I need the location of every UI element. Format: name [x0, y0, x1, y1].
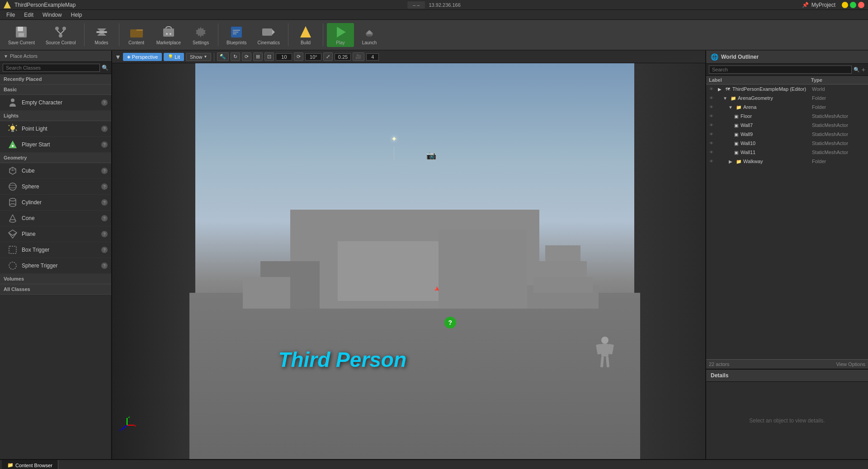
lit-button[interactable]: 💡 Lit: [164, 53, 184, 61]
build-button[interactable]: Build: [292, 23, 319, 47]
launch-button[interactable]: Launch: [356, 23, 383, 47]
search-classes-input[interactable]: [3, 64, 100, 72]
eye-walkway[interactable]: 👁: [708, 158, 714, 164]
viewport-scale[interactable]: ⟳: [242, 52, 251, 61]
viewport-3d-scene[interactable]: ✦ 📷 🔺 Third Person ?: [112, 63, 705, 459]
eye-wall11[interactable]: 👁: [708, 149, 714, 155]
content-browser-tab[interactable]: 📁 Content Browser: [2, 460, 58, 469]
eye-arena[interactable]: 👁: [708, 104, 714, 110]
viewport-mode-arrow[interactable]: ▼: [115, 53, 121, 61]
scale-snap-btn[interactable]: ⤢: [323, 52, 333, 61]
box-trigger-info[interactable]: ?: [101, 247, 108, 253]
category-volumes[interactable]: Volumes: [0, 274, 111, 284]
player-start-info[interactable]: ?: [101, 141, 108, 148]
viewport-snap[interactable]: ⊞: [253, 52, 263, 61]
cinematics-button[interactable]: Cinematics: [253, 23, 284, 47]
source-control-button[interactable]: Source Control: [41, 23, 80, 47]
settings-button[interactable]: Settings: [187, 23, 214, 47]
tree-item-floor[interactable]: 👁 ▣ Floor StaticMeshActor: [706, 112, 868, 121]
grid-snap-input[interactable]: [276, 53, 292, 61]
tree-item-wall7[interactable]: 👁 ▣ Wall7 StaticMeshActor: [706, 121, 868, 130]
sidebar-item-empty-character[interactable]: Empty Character ?: [0, 95, 111, 111]
menu-window[interactable]: Window: [38, 11, 66, 19]
menu-edit[interactable]: Edit: [19, 11, 38, 19]
blueprints-button[interactable]: Blueprints: [222, 23, 251, 47]
cone-info[interactable]: ?: [101, 215, 108, 221]
category-all-classes[interactable]: All Classes: [0, 284, 111, 295]
tree-label-wall11: Wall11: [741, 150, 811, 155]
eye-wall7[interactable]: 👁: [708, 122, 714, 128]
modes-button[interactable]: Modes: [88, 23, 115, 47]
tree-item-walkway[interactable]: 👁 ▶ 📁 Walkway Folder: [706, 157, 868, 166]
menu-help[interactable]: Help: [66, 11, 87, 19]
eye-wall10[interactable]: 👁: [708, 140, 714, 146]
sidebar-item-player-start[interactable]: Player Start ?: [0, 137, 111, 153]
tree-item-map[interactable]: 👁 ▶ 🗺 ThirdPersonExampleMap (Editor) Wor…: [706, 84, 868, 94]
rotation-snap-input[interactable]: [305, 53, 321, 61]
tree-label-map: ThirdPersonExampleMap (Editor): [732, 86, 811, 92]
outliner-add-icon[interactable]: +: [862, 66, 865, 73]
sphere-trigger-info[interactable]: ?: [101, 263, 108, 269]
camera-speed-btn[interactable]: 🎥: [353, 52, 364, 61]
search-icon: 🔍: [102, 65, 108, 71]
sphere-info[interactable]: ?: [101, 183, 108, 190]
tree-item-arena-geometry[interactable]: 👁 ▼ 📁 ArenaGeometry Folder: [706, 94, 868, 103]
show-button[interactable]: Show ▼: [186, 53, 211, 61]
content-button[interactable]: Content: [123, 23, 150, 47]
maximize-button[interactable]: [850, 2, 856, 8]
eye-wall9[interactable]: 👁: [708, 131, 714, 137]
sidebar-item-plane[interactable]: Plane ?: [0, 226, 111, 242]
marketplace-button[interactable]: Marketplace: [152, 23, 185, 47]
svg-point-25: [10, 126, 15, 130]
tree-item-wall9[interactable]: 👁 ▣ Wall9 StaticMeshActor: [706, 130, 868, 139]
sidebar-item-sphere-trigger[interactable]: Sphere Trigger ?: [0, 258, 111, 274]
sidebar-item-point-light[interactable]: Point Light ?: [0, 121, 111, 137]
svg-point-50: [9, 262, 16, 269]
app-logo: [4, 1, 11, 9]
empty-character-info[interactable]: ?: [101, 99, 108, 106]
eye-floor[interactable]: 👁: [708, 113, 714, 119]
help-marker[interactable]: ?: [444, 317, 456, 328]
camera-marker[interactable]: 📷: [426, 150, 436, 160]
sidebar-item-cone[interactable]: Cone ?: [0, 211, 111, 226]
viewport-grid-snap[interactable]: ⊡: [264, 52, 274, 61]
place-actors-toggle[interactable]: ▼: [4, 54, 8, 59]
viewport-rotation[interactable]: ↻: [231, 52, 240, 61]
viewport-lit-mode[interactable]: 🔦: [217, 52, 229, 61]
tree-item-wall10[interactable]: 👁 ▣ Wall10 StaticMeshActor: [706, 139, 868, 148]
view-options-btn[interactable]: View Options: [836, 361, 865, 367]
cube-info[interactable]: ?: [101, 168, 108, 174]
perspective-button[interactable]: ◈ Perspective: [123, 53, 162, 61]
sidebar-item-box-trigger[interactable]: Box Trigger ?: [0, 242, 111, 258]
marketplace-label: Marketplace: [156, 40, 181, 45]
category-basic[interactable]: Basic: [0, 84, 111, 95]
point-light-info[interactable]: ?: [101, 126, 108, 132]
category-geometry[interactable]: Geometry: [0, 153, 111, 163]
sidebar-item-cylinder[interactable]: Cylinder ?: [0, 195, 111, 211]
close-button[interactable]: [858, 2, 864, 8]
tree-label-floor: Floor: [741, 113, 811, 119]
category-recently-placed[interactable]: Recently Placed: [0, 74, 111, 84]
point-light-marker[interactable]: ✦: [391, 135, 397, 143]
outliner-search-input[interactable]: [709, 66, 852, 74]
play-button[interactable]: Play: [327, 23, 354, 47]
viewport-canvas[interactable]: ✦ 📷 🔺 Third Person ?: [112, 63, 705, 459]
tree-item-wall11[interactable]: 👁 ▣ Wall11 StaticMeshActor: [706, 148, 868, 157]
player-start-marker[interactable]: 🔺: [432, 284, 441, 293]
save-current-button[interactable]: Save Current: [4, 23, 39, 47]
eye-map[interactable]: 👁: [708, 86, 714, 92]
camera-speed-input[interactable]: [366, 53, 379, 61]
sidebar-item-sphere[interactable]: Sphere ?: [0, 179, 111, 195]
minimize-button[interactable]: [842, 2, 848, 8]
eye-arena-geometry[interactable]: 👁: [708, 95, 714, 101]
plane-info[interactable]: ?: [101, 231, 108, 237]
rotation-snap-btn[interactable]: ⟳: [294, 52, 303, 61]
build-label: Build: [301, 40, 311, 45]
tree-item-arena[interactable]: 👁 ▼ 📁 Arena Folder: [706, 103, 868, 112]
menu-file[interactable]: File: [2, 11, 19, 19]
sidebar-item-cube[interactable]: Cube ?: [0, 163, 111, 179]
viewport-panel[interactable]: ▼ ◈ Perspective 💡 Lit Show ▼ 🔦 ↻ ⟳ ⊞ ⊡ ⟳: [112, 51, 705, 459]
scale-snap-input[interactable]: [335, 53, 351, 61]
category-lights[interactable]: Lights: [0, 111, 111, 121]
cylinder-info[interactable]: ?: [101, 199, 108, 206]
